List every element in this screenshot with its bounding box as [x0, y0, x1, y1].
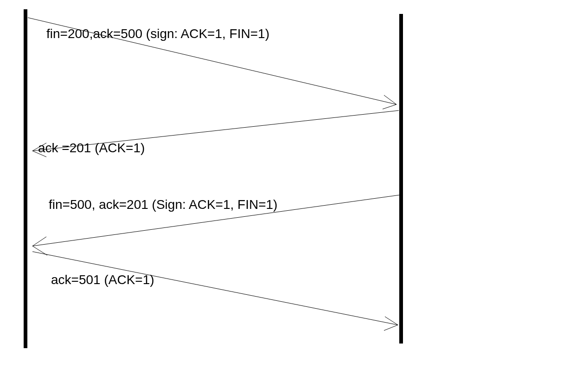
tcp-teardown-diagram: fin=200,ack=500 (sign: ACK=1, FIN=1) ack… [0, 0, 588, 376]
msg3-label: fin=500, ack=201 (Sign: ACK=1, FIN=1) [49, 197, 277, 212]
msg4-line [32, 252, 398, 325]
msg3-arrowhead [32, 237, 47, 255]
msg1-label: fin=200,ack=500 (sign: ACK=1, FIN=1) [46, 26, 269, 41]
msg1-arrowhead [383, 95, 396, 109]
msg4-label: ack=501 (ACK=1) [51, 272, 154, 287]
msg2-label: ack =201 (ACK=1) [38, 141, 145, 155]
